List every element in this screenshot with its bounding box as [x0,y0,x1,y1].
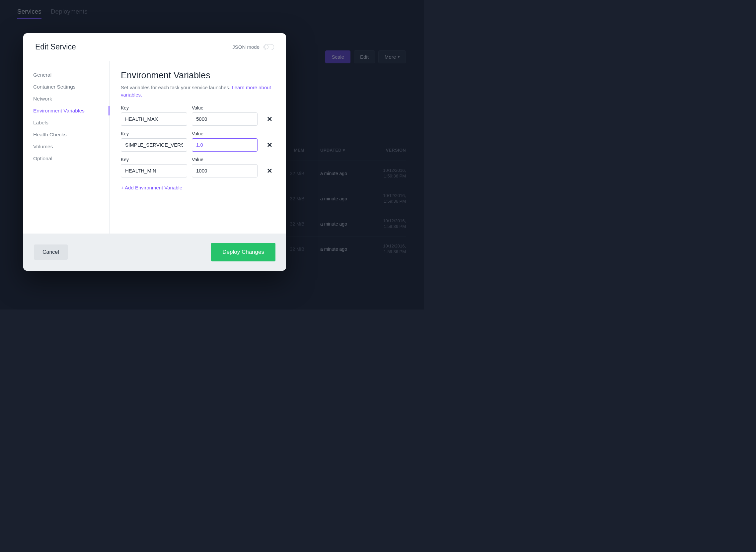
remove-row-icon[interactable]: ✕ [265,164,273,177]
nav-environment-variables[interactable]: Environment Variables [23,105,109,117]
modal-footer: Cancel Deploy Changes [23,234,286,271]
key-label: Key [121,157,187,162]
value-label: Value [192,157,258,162]
env-key-input[interactable] [121,113,187,126]
pane-title: Environment Variables [121,70,275,81]
env-key-input[interactable] [121,138,187,152]
json-mode-toggle[interactable]: JSON mode [232,44,274,50]
modal-header: Edit Service JSON mode [23,33,286,61]
env-vars-pane: Environment Variables Set variables for … [110,61,286,234]
pane-subtitle: Set variables for each task your service… [121,84,275,99]
modal-side-nav: General Container Settings Network Envir… [23,61,110,234]
env-key-input[interactable] [121,164,187,177]
env-var-row: KeyValue✕ [121,157,275,177]
nav-container-settings[interactable]: Container Settings [23,81,109,93]
env-value-input[interactable] [192,164,258,177]
env-var-row: KeyValue✕ [121,131,275,152]
value-label: Value [192,105,258,111]
edit-service-modal: Edit Service JSON mode General Container… [23,33,286,271]
modal-body: General Container Settings Network Envir… [23,61,286,234]
key-label: Key [121,131,187,136]
key-label: Key [121,105,187,111]
env-var-row: KeyValue✕ [121,105,275,126]
nav-general[interactable]: General [23,69,109,81]
remove-row-icon[interactable]: ✕ [265,113,273,126]
toggle-switch[interactable] [263,44,274,50]
deploy-button[interactable]: Deploy Changes [211,243,275,261]
nav-health-checks[interactable]: Health Checks [23,129,109,141]
env-value-input[interactable] [192,138,258,152]
add-env-var-link[interactable]: + Add Environment Variable [121,185,182,190]
cancel-button[interactable]: Cancel [34,245,68,260]
json-mode-label: JSON mode [232,44,260,50]
remove-row-icon[interactable]: ✕ [265,138,273,152]
nav-optional[interactable]: Optional [23,153,109,164]
pane-subtitle-text: Set variables for each task your service… [121,85,232,90]
nav-volumes[interactable]: Volumes [23,141,109,153]
nav-labels[interactable]: Labels [23,117,109,129]
nav-network[interactable]: Network [23,93,109,105]
value-label: Value [192,131,258,136]
env-value-input[interactable] [192,113,258,126]
modal-title: Edit Service [35,42,76,51]
